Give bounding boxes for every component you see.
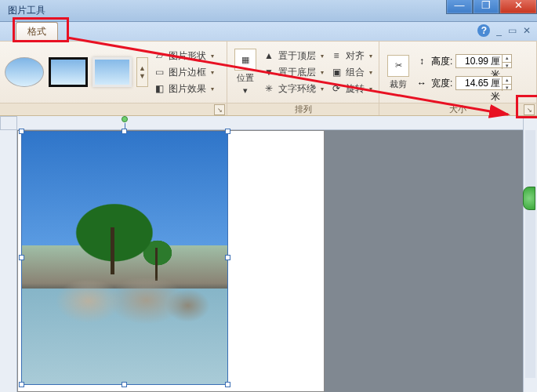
picture-shape-button[interactable]: ▱ 图片形状▾ xyxy=(151,49,216,64)
group-size: ✂ 裁剪 ↕ 高度: 10.99 厘米 ▲▼ ↔ 宽度: 14.65 厘米 xyxy=(379,42,537,115)
width-label: 宽度: xyxy=(431,77,452,90)
rotate-handle[interactable] xyxy=(122,116,128,122)
group-picture-styles: ▲▼ ▱ 图片形状▾ ▭ 图片边框▾ ◧ 图片效果▾ ↘ xyxy=(0,42,227,115)
window-titlebar: 图片工具 — ❐ ✕ xyxy=(0,0,537,22)
group-label-size: 大小 ↘ xyxy=(379,103,536,115)
width-spinner[interactable]: ▲▼ xyxy=(502,77,511,91)
canvas-background xyxy=(325,130,523,392)
resize-handle-tr[interactable] xyxy=(225,129,230,134)
style-oval-preset[interactable] xyxy=(5,57,44,87)
side-badge-icon[interactable] xyxy=(523,187,535,210)
position-icon: ▦ xyxy=(234,49,256,71)
width-row: ↔ 宽度: 14.65 厘米 ▲▼ xyxy=(415,76,512,90)
close-button[interactable]: ✕ xyxy=(499,0,537,14)
width-input[interactable]: 14.65 厘米 ▲▼ xyxy=(455,76,512,90)
ruler-vertical[interactable] xyxy=(0,130,17,392)
height-spinner[interactable]: ▲▼ xyxy=(502,55,511,69)
position-button[interactable]: ▦ 位置 ▾ xyxy=(232,49,258,96)
window-restore-icon[interactable]: ▭ xyxy=(508,25,517,36)
tab-format[interactable]: 格式 xyxy=(16,22,58,41)
resize-handle-l[interactable] xyxy=(19,255,24,260)
bring-front-button[interactable]: ▲ 置于顶层▾ xyxy=(261,49,325,64)
selected-image[interactable] xyxy=(21,131,228,385)
ruler-horizontal[interactable] xyxy=(17,116,537,130)
send-back-icon: ▼ xyxy=(263,66,275,78)
window-close-icon[interactable]: ✕ xyxy=(523,25,531,36)
rotate-button[interactable]: ⟳ 旋转▾ xyxy=(328,82,374,96)
style-blackframe-preset[interactable] xyxy=(49,57,88,87)
group-button[interactable]: ▣ 组合▾ xyxy=(328,65,374,80)
border-icon: ▭ xyxy=(153,66,165,78)
text-wrap-button[interactable]: ✳ 文字环绕▾ xyxy=(261,82,325,96)
scrollbar-vertical[interactable] xyxy=(523,116,537,392)
style-gallery[interactable]: ▲▼ xyxy=(5,57,148,87)
group-icon: ▣ xyxy=(330,66,343,78)
height-icon: ↕ xyxy=(415,55,428,67)
width-icon: ↔ xyxy=(415,77,428,89)
wrap-icon: ✳ xyxy=(263,82,275,95)
rotate-icon: ⟳ xyxy=(330,82,343,95)
maximize-button[interactable]: ❐ xyxy=(473,0,499,14)
window-minimize-icon[interactable]: _ xyxy=(496,25,502,36)
effects-icon: ◧ xyxy=(153,82,165,95)
help-icon[interactable]: ? xyxy=(477,24,490,37)
resize-handle-b[interactable] xyxy=(122,382,127,387)
window-title: 图片工具 xyxy=(8,4,45,17)
ribbon: ▲▼ ▱ 图片形状▾ ▭ 图片边框▾ ◧ 图片效果▾ ↘ xyxy=(0,41,537,116)
page-canvas[interactable] xyxy=(17,130,325,392)
group-label-styles: ↘ xyxy=(0,103,227,115)
group-arrange: ▦ 位置 ▾ ▲ 置于顶层▾ ▼ 置于底层▾ ✳ 文字环绕▾ xyxy=(227,42,379,115)
send-back-button[interactable]: ▼ 置于底层▾ xyxy=(261,65,325,80)
resize-handle-bl[interactable] xyxy=(19,382,24,387)
align-button[interactable]: ≡ 对齐▾ xyxy=(328,49,374,64)
document-area xyxy=(0,116,537,392)
picture-border-button[interactable]: ▭ 图片边框▾ xyxy=(151,65,216,80)
style-softframe-preset[interactable] xyxy=(93,57,132,87)
image-content xyxy=(22,132,227,384)
align-icon: ≡ xyxy=(330,49,343,62)
shape-icon: ▱ xyxy=(153,49,165,62)
crop-icon: ✂ xyxy=(387,55,409,77)
picture-effects-button[interactable]: ◧ 图片效果▾ xyxy=(151,82,216,96)
group-label-arrange: 排列 xyxy=(227,103,379,115)
height-label: 高度: xyxy=(431,55,452,68)
crop-button[interactable]: ✂ 裁剪 xyxy=(384,55,412,90)
minimize-button[interactable]: — xyxy=(446,0,473,14)
styles-launcher[interactable]: ↘ xyxy=(214,104,225,115)
height-row: ↕ 高度: 10.99 厘米 ▲▼ xyxy=(415,54,512,68)
scrollbar-track[interactable] xyxy=(525,130,535,378)
help-row: ? _ ▭ ✕ xyxy=(477,24,531,37)
window-controls: — ❐ ✕ xyxy=(446,0,537,14)
bring-front-icon: ▲ xyxy=(263,49,275,62)
resize-handle-br[interactable] xyxy=(225,382,230,387)
ruler-corner xyxy=(0,116,17,130)
resize-handle-tl[interactable] xyxy=(19,129,24,134)
resize-handle-r[interactable] xyxy=(225,255,230,260)
size-launcher[interactable]: ↘ xyxy=(524,104,535,115)
height-input[interactable]: 10.99 厘米 ▲▼ xyxy=(455,54,512,68)
ribbon-tabrow: 格式 ? _ ▭ ✕ xyxy=(0,22,537,41)
style-gallery-more[interactable]: ▲▼ xyxy=(136,57,148,87)
resize-handle-t[interactable] xyxy=(122,129,127,134)
